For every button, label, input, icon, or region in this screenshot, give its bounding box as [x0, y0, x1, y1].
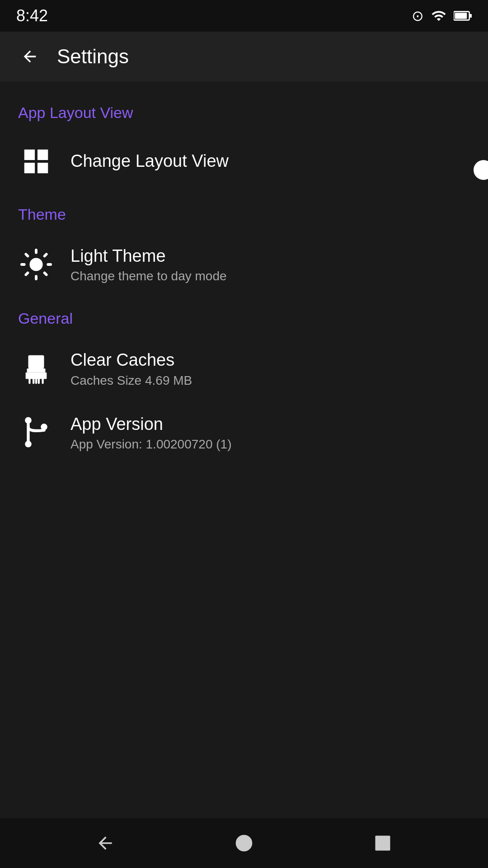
status-time: 8:42: [16, 6, 48, 25]
layout-icon: [18, 143, 54, 179]
setting-item-change-layout-view[interactable]: Change Layout View: [0, 131, 488, 192]
setting-subtitle-light-theme: Change theme to day mode: [70, 269, 454, 283]
section-general: General Clear Caches Cac: [0, 296, 488, 464]
setting-subtitle-clear-caches: Caches Size 4.69 MB: [70, 373, 470, 388]
nav-home-button[interactable]: [226, 825, 262, 861]
battery-icon: [454, 8, 472, 24]
bottom-nav: [0, 818, 488, 868]
page-title: Settings: [57, 45, 129, 68]
svg-rect-12: [28, 355, 44, 368]
setting-text-light-theme: Light Theme Change theme to day mode: [70, 245, 454, 283]
nav-back-button[interactable]: [87, 825, 123, 861]
app-bar: Settings: [0, 32, 488, 81]
section-theme: Theme Light Theme Change theme to d: [0, 192, 488, 296]
svg-rect-13: [27, 368, 46, 373]
setting-title-clear-caches: Clear Caches: [70, 349, 470, 371]
svg-line-11: [45, 254, 47, 256]
svg-line-7: [45, 273, 47, 274]
setting-text-clear-caches: Clear Caches Caches Size 4.69 MB: [70, 349, 470, 387]
toggle-thumb-change-layout-view: [474, 160, 488, 180]
section-header-general: General: [0, 296, 488, 336]
status-bar: 8:42 ⊙: [0, 0, 488, 32]
svg-line-6: [26, 254, 28, 256]
svg-rect-1: [455, 13, 467, 19]
signal-icon: [431, 8, 446, 24]
nav-recent-button[interactable]: [365, 825, 401, 861]
setting-item-light-theme[interactable]: Light Theme Change theme to day mode: [0, 232, 488, 296]
setting-title-app-version: App Version: [70, 413, 470, 435]
setting-title-light-theme: Light Theme: [70, 245, 454, 267]
section-app-layout-view: App Layout View Change Layout View: [0, 90, 488, 192]
status-icons: ⊙: [412, 7, 472, 24]
mute-icon: ⊙: [412, 7, 424, 24]
svg-line-10: [26, 273, 28, 274]
setting-item-clear-caches[interactable]: Clear Caches Caches Size 4.69 MB: [0, 336, 488, 400]
back-button[interactable]: [16, 43, 43, 70]
sun-icon: [18, 246, 54, 283]
version-icon: [18, 414, 54, 450]
section-header-theme: Theme: [0, 192, 488, 232]
svg-point-24: [236, 835, 253, 852]
svg-rect-14: [26, 373, 47, 379]
setting-subtitle-app-version: App Version: 1.00200720 (1): [70, 437, 470, 452]
section-header-app-layout-view: App Layout View: [0, 90, 488, 131]
setting-text-change-layout-view: Change Layout View: [70, 150, 454, 172]
settings-content: App Layout View Change Layout View Theme: [0, 81, 488, 818]
setting-item-app-version: App Version App Version: 1.00200720 (1): [0, 401, 488, 464]
broom-icon: [18, 350, 54, 387]
setting-title-change-layout-view: Change Layout View: [70, 150, 454, 172]
svg-rect-2: [469, 14, 472, 18]
svg-point-3: [29, 258, 42, 271]
svg-rect-25: [375, 836, 390, 851]
setting-text-app-version: App Version App Version: 1.00200720 (1): [70, 413, 470, 452]
